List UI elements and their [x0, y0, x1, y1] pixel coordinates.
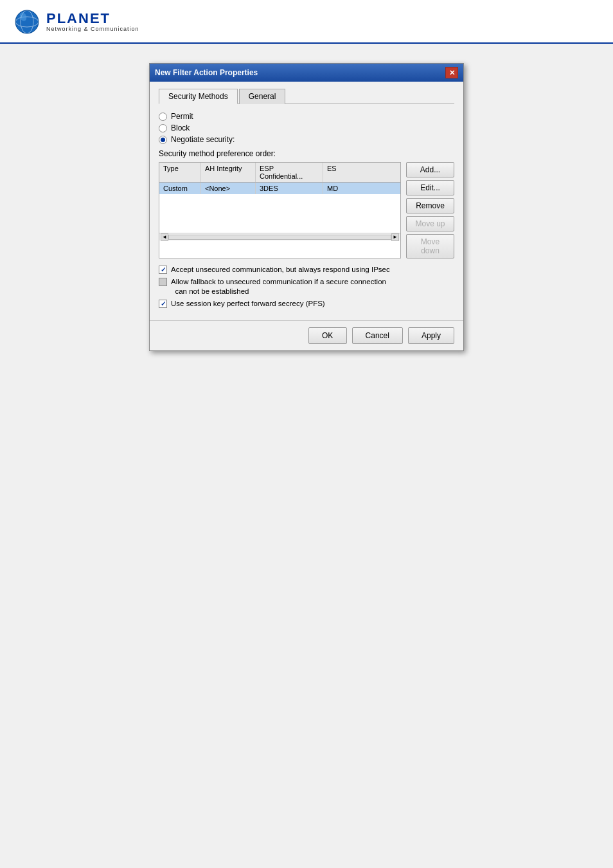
tab-bar: Security Methods General — [159, 88, 454, 104]
col-header-type: Type — [159, 163, 201, 182]
table-row[interactable]: Custom <None> 3DES MD — [159, 183, 400, 194]
radio-permit[interactable]: Permit — [159, 112, 454, 121]
move-down-button[interactable]: Move down — [406, 234, 454, 258]
table-area: Type AH Integrity ESP Confidential... ES… — [159, 162, 454, 258]
remove-button[interactable]: Remove — [406, 198, 454, 213]
planet-logo-icon — [13, 8, 41, 36]
side-buttons: Add... Edit... Remove Move up Move down — [406, 162, 454, 258]
close-button[interactable]: ✕ — [445, 67, 458, 78]
cell-es: MD — [323, 183, 344, 194]
table-scrollbar[interactable]: ◄ ► — [159, 233, 400, 240]
logo-planet-text: PLANET — [46, 12, 139, 26]
logo-container: PLANET Networking & Communication — [13, 8, 139, 36]
col-header-ah: AH Integrity — [201, 163, 256, 182]
checkbox-accept-input[interactable] — [159, 266, 167, 274]
col-header-esp: ESP Confidential... — [256, 163, 323, 182]
radio-negotiate-input[interactable] — [159, 136, 167, 144]
page-content: New Filter Action Properties ✕ Security … — [0, 44, 613, 370]
radio-group: Permit Block Negotiate security: — [159, 112, 454, 144]
tab-security-methods[interactable]: Security Methods — [159, 89, 238, 104]
cell-ah: <None> — [201, 183, 256, 194]
security-methods-table: Type AH Integrity ESP Confidential... ES… — [159, 162, 401, 258]
checkbox-use-pfs[interactable]: Use session key perfect forward secrecy … — [159, 299, 454, 309]
dialog-footer: OK Cancel Apply — [150, 320, 463, 350]
ok-button[interactable]: OK — [308, 327, 347, 344]
dialog-titlebar: New Filter Action Properties ✕ — [150, 64, 463, 82]
tab-general[interactable]: General — [239, 89, 286, 104]
checkbox-allow-fallback[interactable]: Allow fallback to unsecured communicatio… — [159, 277, 454, 296]
table-header: Type AH Integrity ESP Confidential... ES — [159, 163, 400, 183]
col-header-es: ES — [323, 163, 344, 182]
move-up-button[interactable]: Move up — [406, 216, 454, 231]
radio-negotiate[interactable]: Negotiate security: — [159, 135, 454, 144]
edit-button[interactable]: Edit... — [406, 180, 454, 195]
header: PLANET Networking & Communication — [0, 0, 613, 44]
scrollbar-track[interactable] — [168, 235, 391, 240]
add-button[interactable]: Add... — [406, 162, 454, 177]
apply-button[interactable]: Apply — [408, 327, 454, 344]
dialog-body: Security Methods General Permit Block — [150, 82, 463, 320]
radio-block[interactable]: Block — [159, 123, 454, 132]
checkbox-section: Accept unsecured communication, but alwa… — [159, 265, 454, 309]
scroll-right-arrow[interactable]: ► — [391, 233, 399, 241]
logo-tagline-text: Networking & Communication — [46, 26, 139, 32]
checkbox-fallback-input[interactable] — [159, 278, 167, 286]
checkbox-accept-unsecured[interactable]: Accept unsecured communication, but alwa… — [159, 265, 454, 275]
dialog-title: New Filter Action Properties — [155, 68, 445, 77]
dialog-new-filter-action: New Filter Action Properties ✕ Security … — [149, 63, 464, 351]
scroll-left-arrow[interactable]: ◄ — [161, 233, 168, 241]
cancel-button[interactable]: Cancel — [352, 327, 403, 344]
radio-permit-input[interactable] — [159, 113, 167, 121]
logo-text: PLANET Networking & Communication — [46, 12, 139, 32]
cell-esp: 3DES — [256, 183, 323, 194]
radio-block-input[interactable] — [159, 124, 167, 132]
checkbox-pfs-input[interactable] — [159, 300, 167, 308]
section-label: Security method preference order: — [159, 149, 454, 158]
cell-type: Custom — [159, 183, 201, 194]
